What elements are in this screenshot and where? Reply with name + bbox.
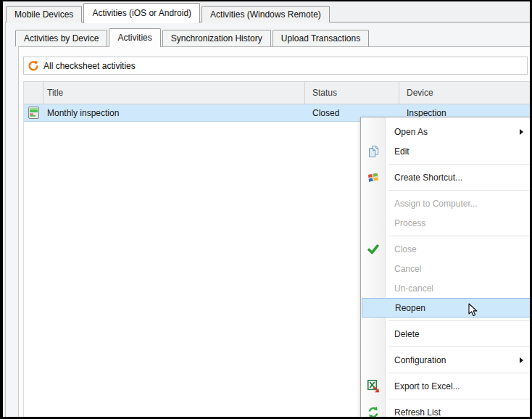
context-menu: Open As Edit Create Sho (360, 117, 532, 419)
menu-item-refresh-list[interactable]: Refresh List (361, 402, 532, 419)
menu-item-edit[interactable]: Edit (361, 141, 532, 161)
excel-export-icon (367, 380, 380, 393)
menu-item-export-to-excel[interactable]: Export to Excel... (361, 376, 532, 396)
column-header-status[interactable]: Status (305, 82, 399, 104)
sync-icon (28, 60, 39, 72)
tab-activities-by-device[interactable]: Activities by Device (15, 30, 107, 46)
menu-separator (388, 373, 531, 373)
menu-item-assign-to-computer: Assign to Computer... (361, 194, 532, 213)
filter-bar[interactable]: All checksheet activities (23, 57, 528, 75)
copy-pages-icon (367, 145, 380, 158)
menu-separator (388, 320, 531, 321)
menu-separator (388, 399, 531, 399)
menu-separator (388, 164, 531, 165)
windows-logo-icon (367, 171, 380, 184)
submenu-arrow-icon (520, 129, 523, 135)
tab-activities[interactable]: Activities (109, 28, 160, 47)
refresh-icon (367, 406, 380, 419)
menu-item-process: Process (361, 213, 532, 233)
menu-item-close: Close (361, 239, 532, 259)
menu-item-configuration[interactable]: Configuration (361, 350, 532, 370)
submenu-arrow-icon (520, 357, 523, 363)
grid-header: Title Status Device (24, 81, 530, 104)
tab-mobile-devices[interactable]: Mobile Devices (6, 6, 82, 22)
tab-synchronization-history[interactable]: Synchronization History (162, 30, 271, 46)
row-title: Monthly inspection (43, 104, 305, 121)
menu-item-cancel: Cancel (361, 259, 532, 278)
menu-item-reopen[interactable]: Reopen (362, 298, 532, 318)
menu-item-un-cancel: Un-cancel (361, 278, 532, 298)
tab-upload-transactions[interactable]: Upload Transactions (273, 30, 369, 46)
checksheet-activity-icon (24, 104, 43, 121)
menu-item-create-shortcut[interactable]: Create Shortcut... (361, 167, 532, 187)
menu-item-open-as[interactable]: Open As (361, 122, 532, 141)
inner-tab-strip: Activities by Device Activities Synchron… (15, 27, 530, 46)
menu-item-delete[interactable]: Delete (361, 324, 532, 344)
column-header-icon[interactable] (24, 82, 43, 104)
menu-separator (388, 190, 531, 191)
outer-tab-strip: Mobile Devices Activities (iOS or Androi… (6, 2, 530, 22)
tab-activities-windows-remote[interactable]: Activities (Windows Remote) (201, 6, 330, 22)
filter-bar-label: All checksheet activities (43, 61, 136, 71)
tab-activities-ios-android[interactable]: Activities (iOS or Android) (83, 3, 200, 23)
column-header-title[interactable]: Title (43, 82, 305, 104)
green-check-icon (367, 243, 380, 256)
menu-separator (388, 236, 531, 236)
column-header-device[interactable]: Device (399, 82, 530, 104)
menu-separator (388, 347, 531, 347)
